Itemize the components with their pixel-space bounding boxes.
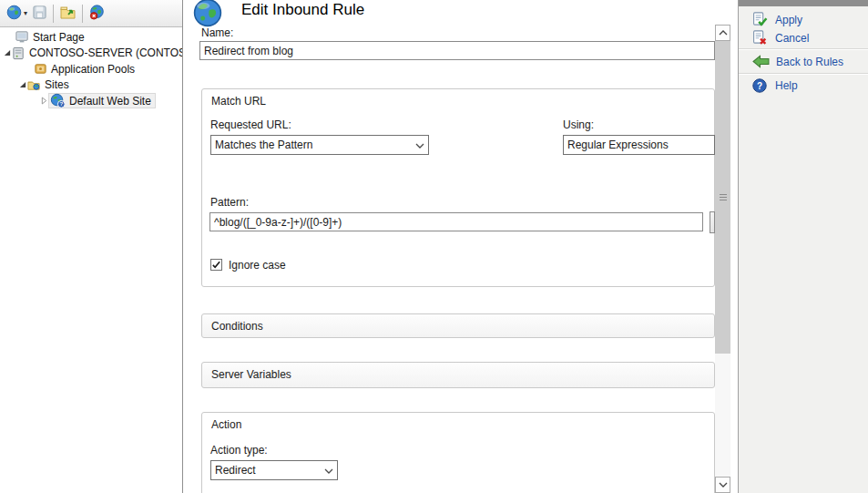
edit-inbound-rule-page: Edit Inbound Rule Name: Match URL Reques…	[183, 0, 738, 493]
scrollbar-up-button[interactable]	[715, 25, 730, 41]
expander-expanded-icon[interactable]	[18, 81, 27, 88]
using-value: Regular Expressions	[567, 139, 710, 151]
expander-collapsed-icon[interactable]	[39, 97, 48, 105]
match-url-section-title[interactable]: Match URL	[211, 95, 266, 108]
help-icon: ?	[752, 78, 769, 93]
action-section: Action Action type: Redirect	[201, 412, 715, 493]
toolbar-separator	[53, 5, 54, 23]
save-connections-button[interactable]	[30, 3, 49, 25]
actions-panel-titlebar	[739, 0, 868, 6]
toolbar-separator	[82, 5, 83, 23]
connections-panel: ▾	[0, 0, 183, 493]
ignore-case-label: Ignore case	[229, 259, 286, 272]
actions-separator	[739, 48, 868, 50]
tree-item-label: Sites	[45, 78, 69, 91]
help-button[interactable]: ? Help	[739, 77, 868, 94]
action-type-select[interactable]: Redirect	[210, 460, 338, 480]
page-title: Edit Inbound Rule	[241, 1, 364, 19]
action-type-value: Redirect	[215, 464, 321, 477]
back-arrow-icon	[752, 55, 770, 68]
cancel-x-icon	[752, 30, 769, 46]
tree-item-label: Default Web Site	[69, 95, 151, 108]
expander-expanded-icon[interactable]	[3, 49, 12, 56]
apply-check-icon	[752, 12, 769, 27]
svg-text:?: ?	[59, 101, 63, 108]
up-folder-button[interactable]	[57, 3, 78, 25]
tree-item-label: Application Pools	[51, 63, 135, 76]
cancel-button[interactable]: Cancel	[739, 29, 868, 46]
action-section-title[interactable]: Action	[211, 418, 241, 431]
pattern-input[interactable]	[209, 212, 703, 231]
name-label: Name:	[201, 26, 233, 39]
conditions-section[interactable]: Conditions	[201, 313, 715, 338]
server-variables-section-title: Server Variables	[211, 368, 291, 381]
tree-item-default-web-site[interactable]: ? Default Web Site	[0, 93, 182, 109]
disconnect-button[interactable]	[87, 3, 107, 25]
actions-separator	[739, 73, 868, 75]
conditions-section-title: Conditions	[211, 320, 263, 333]
server-icon	[12, 46, 26, 60]
floppy-disk-icon	[33, 5, 46, 22]
using-label: Using:	[563, 118, 594, 131]
folder-up-arrow-icon	[60, 5, 76, 22]
back-to-rules-label: Back to Rules	[776, 56, 843, 68]
scrollbar-thumb[interactable]	[715, 41, 730, 354]
website-icon: ?	[50, 93, 66, 108]
connections-tree: Start Page CONTOSO-SERVER (CONTOS Applic…	[0, 29, 182, 109]
sites-folder-icon	[27, 78, 41, 92]
apply-label: Apply	[775, 14, 802, 26]
name-input[interactable]	[199, 41, 715, 60]
match-url-section: Match URL Requested URL: Matches the Pat…	[201, 88, 715, 287]
connections-toolbar: ▾	[0, 0, 182, 27]
cancel-label: Cancel	[775, 32, 809, 45]
ignore-case-checkbox[interactable]	[210, 259, 222, 271]
create-new-connection-button[interactable]: ▾	[4, 3, 30, 25]
actions-panel: Apply Cancel Back to Rules ? Help	[739, 0, 868, 493]
help-label: Help	[775, 79, 798, 92]
back-to-rules-button[interactable]: Back to Rules	[739, 53, 868, 70]
tree-item-label: CONTOSO-SERVER (CONTOS	[29, 46, 182, 59]
requested-url-label: Requested URL:	[210, 118, 291, 131]
requested-url-value: Matches the Pattern	[215, 139, 412, 151]
apply-button[interactable]: Apply	[739, 11, 868, 28]
svg-text:?: ?	[757, 80, 762, 90]
vertical-scrollbar[interactable]	[715, 25, 730, 493]
tree-item-sites[interactable]: Sites	[0, 77, 182, 94]
requested-url-select[interactable]: Matches the Pattern	[210, 135, 429, 155]
server-variables-section[interactable]: Server Variables	[201, 362, 715, 388]
application-pools-icon	[34, 62, 47, 76]
tree-item-application-pools[interactable]: Application Pools	[0, 61, 182, 77]
scrollbar-grip	[720, 192, 727, 202]
chevron-down-icon: ▾	[24, 9, 27, 17]
action-type-label: Action type:	[210, 444, 268, 457]
scrollbar-down-button[interactable]	[715, 477, 730, 493]
globe-red-x-icon	[89, 5, 105, 23]
tree-item-server[interactable]: CONTOSO-SERVER (CONTOS	[0, 46, 182, 62]
chevron-down-icon	[324, 464, 333, 477]
start-page-icon	[15, 30, 29, 44]
using-select[interactable]: Regular Expressions	[563, 135, 715, 155]
iis-manager-window: ▾	[0, 0, 868, 493]
pattern-label: Pattern:	[210, 196, 249, 209]
tree-item-start-page[interactable]: Start Page	[0, 29, 182, 46]
chevron-down-icon	[415, 139, 424, 151]
globe-connection-icon	[6, 5, 22, 23]
selected-tree-node[interactable]: ? Default Web Site	[48, 93, 156, 108]
tree-item-label: Start Page	[33, 31, 85, 44]
